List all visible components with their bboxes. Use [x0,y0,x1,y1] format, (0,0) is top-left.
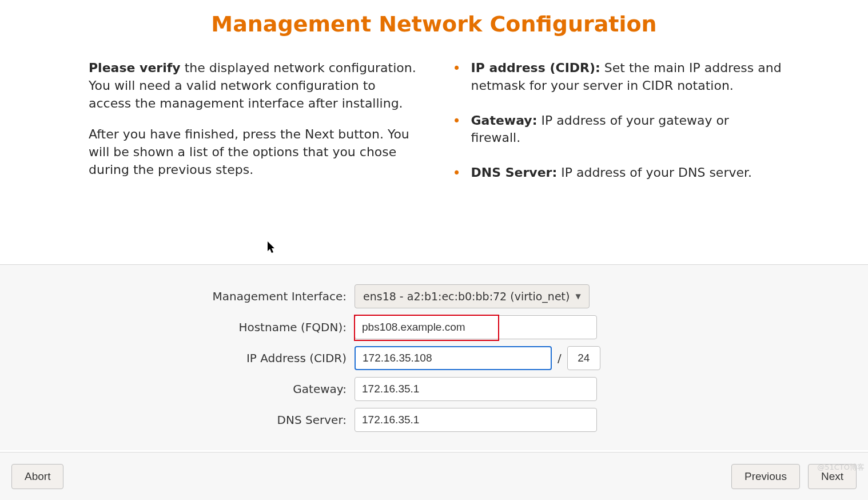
info-left: Please verify the displayed network conf… [89,59,419,199]
label-hostname: Hostname (FQDN): [0,320,355,334]
info-panel: Please verify the displayed network conf… [0,54,868,199]
info-bullet-dns: DNS Server: IP address of your DNS serve… [453,164,783,182]
page-title: Management Network Configuration [0,0,868,54]
gateway-input[interactable] [355,377,597,401]
chevron-down-icon: ▼ [575,292,580,300]
label-interface: Management Interface: [0,289,355,303]
bullet-bold: IP address (CIDR): [471,61,600,75]
watermark-text: @51CTO博客 [817,462,865,473]
previous-button[interactable]: Previous [731,464,800,489]
label-ip: IP Address (CIDR) [0,351,355,365]
bullet-bold: DNS Server: [471,165,558,180]
label-gateway: Gateway: [0,382,355,396]
dns-input[interactable] [355,408,597,432]
row-gateway: Gateway: [0,374,868,404]
interface-value: ens18 - a2:b1:ec:b0:bb:72 (virtio_net) [363,290,570,303]
row-ip: IP Address (CIDR) / [0,343,868,374]
abort-button[interactable]: Abort [11,464,63,489]
label-dns: DNS Server: [0,413,355,427]
interface-dropdown[interactable]: ens18 - a2:b1:ec:b0:bb:72 (virtio_net) ▼ [355,284,590,308]
hostname-input[interactable] [355,315,597,339]
info-bullet-ip: IP address (CIDR): Set the main IP addre… [453,59,783,95]
row-hostname: Hostname (FQDN): [0,312,868,343]
bullet-rest: IP address of your DNS server. [557,165,752,180]
bullet-bold: Gateway: [471,113,537,128]
info-p1: Please verify the displayed network conf… [89,59,419,112]
row-interface: Management Interface: ens18 - a2:b1:ec:b… [0,281,868,312]
ip-input[interactable] [355,346,552,370]
hostname-highlight [355,315,597,339]
info-right: IP address (CIDR): Set the main IP addre… [453,59,783,199]
cidr-slash: / [558,351,562,365]
cidr-input[interactable] [567,346,600,370]
form-area: Management Interface: ens18 - a2:b1:ec:b… [0,264,868,450]
info-bullet-gateway: Gateway: IP address of your gateway or f… [453,112,783,148]
info-p1-bold: Please verify [89,61,181,75]
row-dns: DNS Server: [0,404,868,435]
info-p2: After you have finished, press the Next … [89,126,419,178]
cursor-icon [268,241,277,257]
footer-bar: Abort Previous Next [0,452,868,500]
